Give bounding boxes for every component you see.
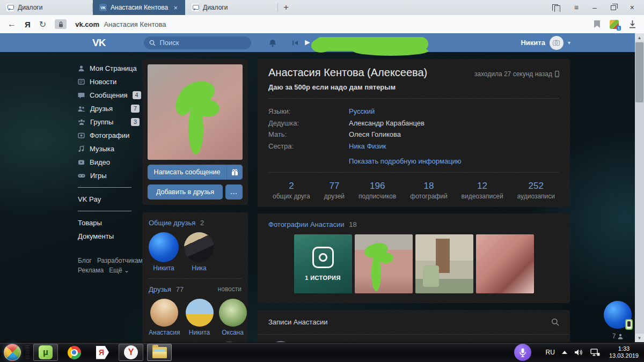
friends-title[interactable]: Друзья — [149, 285, 171, 293]
sidebar-item-photos[interactable]: Фотографии — [78, 129, 140, 142]
sidebar-item-news[interactable]: Новости — [78, 75, 140, 88]
detail-value-link[interactable]: Русский — [349, 106, 375, 117]
sidebar-label: Моя Страница — [90, 64, 137, 72]
chat-widget-avatar[interactable] — [604, 301, 632, 329]
counter-followers[interactable]: 196 подписчиков — [358, 181, 396, 200]
sidebar-item-goods[interactable]: Товары — [78, 216, 140, 230]
scrollbar-thumb[interactable] — [635, 42, 643, 102]
common-friend-nika[interactable]: Ника — [184, 232, 214, 272]
friends-news-link[interactable]: новости — [218, 285, 241, 293]
taskbar-clock[interactable]: 1:33 13.03.2019 — [607, 345, 639, 359]
more-actions-button[interactable]: ... — [225, 184, 243, 200]
refresh-button[interactable]: ↻ — [39, 19, 46, 29]
close-window-button[interactable]: × — [630, 4, 634, 11]
sidebar-item-games[interactable]: Игры — [78, 169, 140, 182]
sidebar-item-vkpay[interactable]: VK Pay — [78, 193, 140, 206]
header-user-menu[interactable]: Никита ▾ — [521, 36, 570, 50]
taskbar-yandex-search[interactable]: Я — [90, 344, 115, 361]
mobile-icon — [555, 71, 559, 77]
photos-title[interactable]: Фотографии Анастасии — [268, 220, 345, 228]
vk-logo[interactable]: VK — [92, 37, 105, 49]
download-icon[interactable] — [628, 20, 636, 28]
footer-link-more[interactable]: Ещё ⌄ — [109, 267, 129, 274]
posts-title: Записи Анастасии — [268, 318, 327, 326]
send-gift-button[interactable] — [226, 165, 243, 180]
tab-profile-active[interactable]: VK Анастасия Кентова × — [93, 0, 185, 15]
scroll-down-arrow[interactable]: ▼ — [635, 334, 644, 342]
sidebar-item-music[interactable]: Музыка — [78, 142, 140, 156]
extension-icon[interactable]: 1 — [610, 20, 619, 29]
posts-search-icon[interactable] — [551, 318, 559, 326]
scroll-up-arrow[interactable]: ▲ — [635, 33, 644, 42]
browser-menu-icon[interactable]: ≡ — [574, 4, 579, 11]
https-lock-icon[interactable] — [55, 19, 67, 29]
voice-assistant-button[interactable] — [514, 344, 531, 361]
counter-common-friends[interactable]: 2 общих друга — [273, 181, 310, 200]
taskbar-chrome[interactable] — [62, 344, 86, 361]
sidebar-item-messages[interactable]: Сообщения 4 — [78, 88, 140, 102]
microphone-icon — [519, 348, 526, 357]
counter-label: видеозаписей — [462, 193, 503, 200]
back-button[interactable]: ← — [8, 19, 16, 29]
online-count-value: 7 — [612, 333, 616, 340]
show-more-info-link[interactable]: Показать подробную информацию — [349, 157, 559, 165]
friend-oksana[interactable]: Оксана — [219, 299, 247, 336]
counter-audios[interactable]: 252 аудиозаписи — [517, 181, 555, 200]
common-friend-nikita[interactable]: Никита — [149, 232, 179, 272]
footer-link-ads[interactable]: Реклама — [78, 267, 104, 274]
tab-dialogs-1[interactable]: Диалоги — [0, 0, 92, 15]
story-tile[interactable]: 1 ИСТОРИЯ — [294, 234, 352, 293]
start-button[interactable] — [4, 344, 21, 361]
detail-value-link[interactable]: Ника Физик — [349, 141, 386, 152]
url-text[interactable]: vk.com Анастасия Кентова — [75, 19, 166, 29]
taskbar-explorer[interactable] — [147, 344, 172, 361]
add-friend-button[interactable]: Добавить в друзья — [148, 184, 223, 200]
counter-photos[interactable]: 18 фотографий — [410, 181, 447, 200]
posts-panel: Записи Анастасии — [258, 310, 570, 342]
common-friends-title[interactable]: Общие друзья — [149, 219, 195, 227]
clock-date: 13.03.2019 — [609, 352, 639, 359]
prev-track-icon[interactable] — [292, 40, 298, 46]
profile-photo[interactable] — [148, 64, 243, 160]
counter-friends[interactable]: 77 друзей — [324, 181, 345, 200]
taskbar-yandex-browser[interactable]: Y — [119, 344, 143, 361]
counter-videos[interactable]: 12 видеозаписей — [462, 181, 503, 200]
header-user-name: Никита — [521, 39, 545, 47]
tray-expand-icon[interactable] — [562, 351, 567, 354]
language-indicator[interactable]: RU — [546, 349, 555, 356]
network-icon[interactable] — [590, 349, 600, 356]
search-input[interactable] — [159, 39, 240, 47]
sidebar-item-groups[interactable]: Группы 3 — [78, 115, 140, 129]
tab-dialogs-2[interactable]: Диалоги — [185, 0, 277, 15]
sidebar-item-documents[interactable]: Документы — [78, 230, 140, 243]
footer-link-blog[interactable]: Блог — [78, 257, 92, 264]
close-tab-icon[interactable]: × — [172, 4, 179, 12]
online-friends-count[interactable]: 7 — [602, 333, 634, 340]
sidebar-item-video[interactable]: Видео — [78, 156, 140, 169]
photo-thumbnail-3[interactable] — [476, 234, 534, 293]
photo-thumbnail-2[interactable] — [415, 234, 473, 293]
search-box[interactable] — [144, 36, 251, 49]
profile-status[interactable]: Даю за 500р если надо дам пятерым — [268, 83, 559, 91]
page-scrollbar[interactable]: ▲ ▼ — [635, 33, 644, 342]
taskbar-utorrent[interactable]: µ — [33, 344, 58, 361]
photo-thumbnail-1[interactable] — [355, 234, 413, 293]
volume-icon[interactable] — [574, 349, 583, 356]
notifications-bell-icon[interactable] — [268, 39, 277, 47]
sidebar-item-friends[interactable]: Друзья 7 — [78, 102, 140, 115]
url-page-title: Анастасия Кентова — [104, 20, 166, 28]
sidebar-label: Документы — [78, 232, 114, 240]
new-tab-button[interactable]: + — [278, 0, 294, 15]
sidebar-label: Сообщения — [90, 91, 128, 99]
footer-link-developers[interactable]: Разработчикам — [97, 257, 143, 264]
chat-widget[interactable]: 7 — [602, 301, 634, 340]
sidebar-item-my-page[interactable]: Моя Страница — [78, 62, 140, 75]
restore-button[interactable] — [611, 5, 616, 10]
minimize-button[interactable]: – — [592, 4, 597, 11]
write-message-button[interactable]: Написать сообщение — [148, 165, 243, 180]
bookmark-flag-icon[interactable] — [594, 20, 600, 28]
friend-anastasia[interactable]: Анастасия — [149, 299, 180, 336]
yandex-button[interactable]: Я — [25, 20, 31, 29]
bookmarks-panel-icon[interactable] — [552, 4, 560, 11]
friend-nikita[interactable]: Никита — [186, 299, 214, 336]
